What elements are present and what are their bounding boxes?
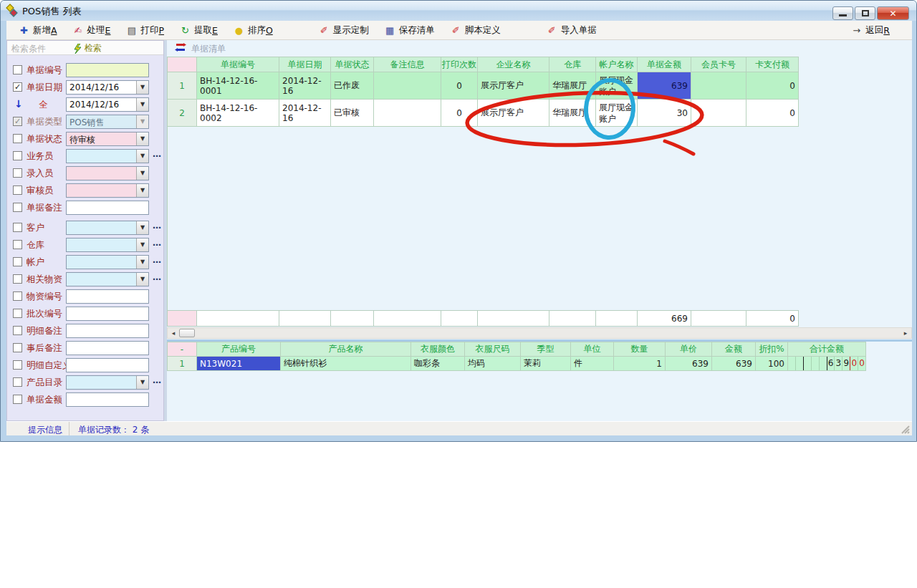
minimize-button[interactable] [832,6,853,20]
field-dropdown[interactable]: ▼ [66,238,149,252]
chevron-down-icon[interactable]: ▼ [136,184,148,197]
field-dropdown[interactable]: ▼ [66,221,149,235]
table-cell[interactable] [691,72,746,100]
scroll-left-icon[interactable]: ◂ [168,329,178,337]
table-cell[interactable]: 1 [168,72,197,100]
table-cell[interactable]: 639 [638,72,691,100]
table-cell[interactable]: 2014-12-16 [279,72,331,100]
table-cell[interactable] [691,100,746,127]
table-cell[interactable]: 茉莉 [521,357,571,371]
table-cell[interactable]: 639 [712,357,756,371]
field-dropdown[interactable]: ▼ [66,255,149,269]
field-input[interactable] [66,289,149,304]
table-cell[interactable]: 纯棉针织衫 [281,357,411,371]
field-checkbox[interactable] [13,257,22,266]
field-input[interactable] [66,63,149,77]
table-cell[interactable]: N13W021 [197,357,281,371]
table-cell[interactable]: 已作废 [331,72,374,100]
process-button[interactable]: ✍处理E [69,23,114,38]
field-checkbox[interactable] [13,309,22,318]
field-dropdown[interactable]: 待审核▼ [66,132,149,146]
more-button[interactable]: … [153,375,162,385]
chevron-down-icon[interactable]: ▼ [136,376,148,389]
field-dropdown[interactable]: POS销售▼ [66,115,149,129]
table-row[interactable]: 2BH-14-12-16-00022014-12-16已审核0展示厅客户华瑞展厅… [168,100,799,127]
table-cell[interactable]: 展示厅客户 [478,72,549,100]
field-checkbox[interactable] [13,134,22,143]
chevron-down-icon[interactable]: ▼ [136,132,148,145]
more-button[interactable]: … [153,272,162,282]
field-input[interactable] [66,201,149,215]
field-checkbox[interactable] [13,395,22,404]
field-input[interactable] [66,392,149,407]
title-bar[interactable]: POS销售 列表 ✕ [1,1,916,21]
field-dropdown[interactable]: ▼ [66,149,149,163]
display-customize-button[interactable]: ✐显示定制 [315,23,372,38]
table-cell[interactable]: 63900 [788,357,866,371]
field-checkbox[interactable]: ✓ [13,117,22,126]
new-button[interactable]: ✚新增A [15,23,60,38]
table-cell[interactable]: 0 [746,72,799,100]
chevron-down-icon[interactable]: ▼ [136,115,148,128]
field-input[interactable] [66,307,149,321]
horizontal-scrollbar[interactable]: ◂ ▸ [167,327,912,339]
print-button[interactable]: ▤打印P [123,23,167,38]
chevron-down-icon[interactable]: ▼ [136,273,148,286]
table-cell[interactable]: 华瑞展厅 [549,72,596,100]
field-checkbox[interactable] [13,274,22,284]
field-input[interactable] [66,358,149,372]
table-cell[interactable]: 华瑞展厅 [549,100,596,127]
table-cell[interactable]: 30 [638,100,691,127]
resize-grip-icon[interactable] [901,425,910,434]
more-button[interactable]: … [153,221,162,231]
field-checkbox[interactable] [13,185,22,195]
chevron-down-icon[interactable]: ▼ [136,238,148,251]
chevron-down-icon[interactable]: ▼ [136,167,148,180]
field-checkbox[interactable] [13,223,22,232]
table-cell[interactable]: 均码 [465,357,521,371]
table-cell[interactable]: 100 [756,357,788,371]
return-button[interactable]: →返回R [848,23,893,38]
table-cell[interactable] [374,100,441,127]
field-checkbox[interactable] [13,360,22,370]
field-checkbox[interactable]: ✓ [13,82,22,92]
field-checkbox[interactable] [13,168,22,178]
search-button[interactable]: 检索 [73,42,102,54]
chevron-down-icon[interactable]: ▼ [136,150,148,163]
field-dropdown[interactable]: ▼ [66,375,149,390]
table-cell[interactable]: 0 [746,100,799,127]
field-checkbox[interactable] [13,326,22,335]
table-cell[interactable]: 咖彩条 [411,357,465,371]
field-checkbox[interactable] [13,291,22,301]
field-dropdown[interactable]: ▼ [66,183,149,198]
table-cell[interactable]: 0 [441,100,478,127]
field-dropdown[interactable]: 2014/12/16▼ [66,97,149,112]
field-checkbox[interactable] [13,203,22,212]
close-button[interactable]: ✕ [877,6,909,20]
maximize-button[interactable] [855,6,875,20]
chevron-down-icon[interactable]: ▼ [136,221,148,234]
field-input[interactable] [66,324,149,338]
field-checkbox[interactable] [13,343,22,352]
chevron-down-icon[interactable]: ▼ [136,81,148,94]
table-cell[interactable]: 0 [441,72,478,100]
more-button[interactable]: … [153,255,162,265]
sort-button[interactable]: ●排序O [230,23,276,38]
save-list-button[interactable]: ▦保存清单 [381,23,438,38]
field-dropdown[interactable]: ▼ [66,272,149,286]
field-dropdown[interactable]: ▼ [66,166,149,180]
table-cell[interactable]: BH-14-12-16-0001 [197,72,279,100]
import-doc-button[interactable]: ✐导入单据 [543,23,600,38]
field-checkbox[interactable] [13,151,22,160]
field-input[interactable] [66,341,149,355]
more-button[interactable]: … [153,149,162,159]
script-define-button[interactable]: ✐脚本定义 [447,23,504,38]
field-dropdown[interactable]: 2014/12/16▼ [66,80,149,95]
chevron-down-icon[interactable]: ▼ [136,256,148,269]
table-cell[interactable]: 展厅现金账户 [596,72,638,100]
extract-button[interactable]: ↻提取E [176,23,221,38]
table-cell[interactable]: 展示厅客户 [478,100,549,127]
table-cell[interactable]: 2 [168,100,197,127]
field-checkbox[interactable] [13,65,22,74]
table-cell[interactable]: BH-14-12-16-0002 [197,100,279,127]
